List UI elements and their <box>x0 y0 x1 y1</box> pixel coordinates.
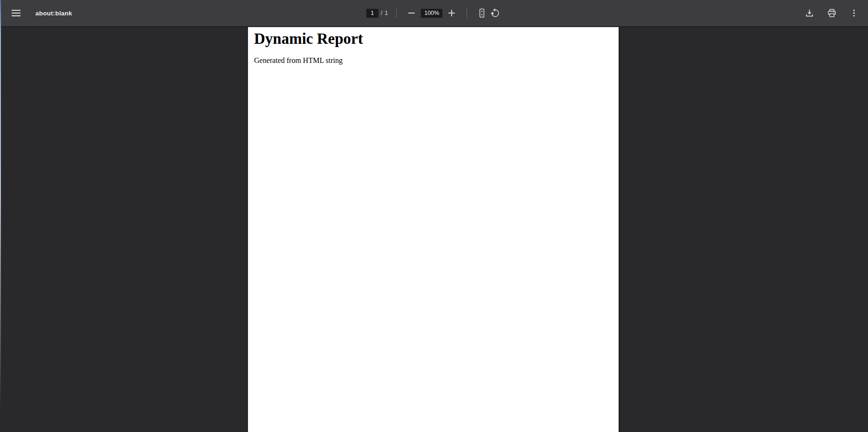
toolbar-divider <box>396 8 397 18</box>
print-icon <box>827 8 837 18</box>
zoom-in-button[interactable] <box>445 7 458 20</box>
rotate-counterclockwise-icon <box>490 8 500 18</box>
download-button[interactable] <box>800 4 819 22</box>
download-icon <box>805 8 814 18</box>
toolbar-divider <box>467 8 467 18</box>
report-heading: Dynamic Report <box>254 30 363 48</box>
page-count: 1 <box>385 10 388 16</box>
more-options-button[interactable] <box>845 4 863 22</box>
page-number-input[interactable] <box>366 9 379 18</box>
fit-to-page-button[interactable] <box>475 7 489 20</box>
pdf-page: Dynamic Report Generated from HTML strin… <box>248 27 619 432</box>
minus-icon <box>408 10 415 16</box>
toolbar-right-section <box>800 0 865 26</box>
document-title: about:blank <box>35 10 72 17</box>
document-canvas: Dynamic Report Generated from HTML strin… <box>0 26 868 432</box>
page-separator: / <box>381 10 382 16</box>
toolbar-left-section: about:blank <box>0 0 72 26</box>
window-edge-highlight <box>0 0 1 432</box>
zoom-level-input[interactable] <box>421 9 442 18</box>
kebab-menu-icon <box>849 8 859 18</box>
report-paragraph: Generated from HTML string <box>254 56 343 65</box>
fit-to-page-icon <box>477 8 487 18</box>
toolbar-center-section: / 1 <box>366 0 502 26</box>
menu-icon <box>12 10 21 16</box>
plus-icon <box>448 10 455 16</box>
pdf-toolbar: about:blank / 1 <box>0 0 868 26</box>
rotate-button[interactable] <box>489 7 502 20</box>
zoom-out-button[interactable] <box>405 7 418 20</box>
print-button[interactable] <box>822 4 841 22</box>
menu-button[interactable] <box>7 4 25 22</box>
